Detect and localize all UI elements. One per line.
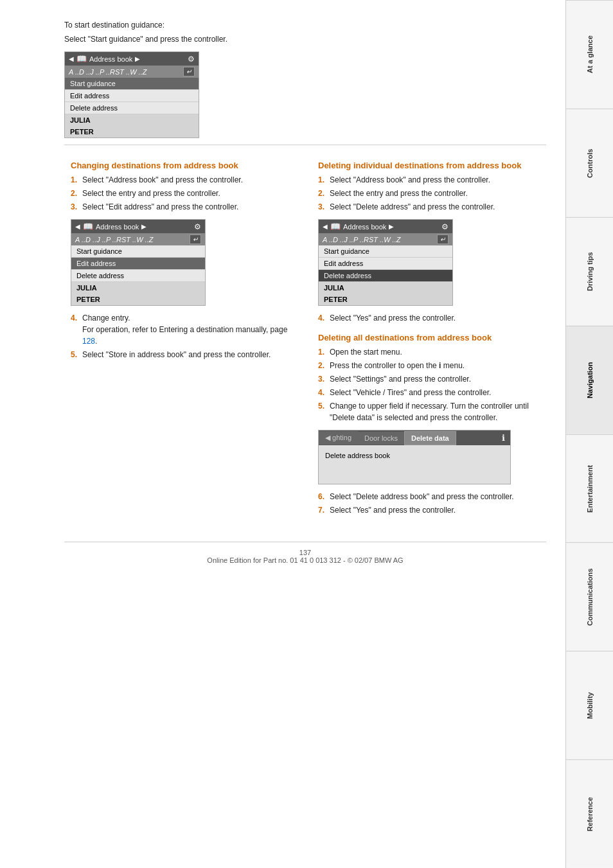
sidebar-tab-navigation[interactable]: Navigation <box>566 326 613 434</box>
right-step2-1-num: 1. <box>318 346 324 358</box>
left-step-2: 2. Select the entry and press the contro… <box>71 188 292 199</box>
ab-header-title-2: ◀ 📖 Address book ▶ <box>323 222 394 231</box>
ab-item-start-3[interactable]: Start guidance <box>71 245 205 258</box>
delete-data-widget: ◀ ghting Door locks Delete data ℹ Delete… <box>318 430 511 484</box>
left-step-5-num: 5. <box>71 349 77 360</box>
ab-header-3: ◀ 📖 Address book ▶ ⚙ <box>71 220 205 233</box>
sidebar-tab-communications[interactable]: Communications <box>566 542 613 651</box>
ab-item-delete-3[interactable]: Delete address <box>71 270 205 282</box>
left-steps-list-2: 4. Change entry. For operation, refer to… <box>71 312 292 360</box>
right-step-3-text: Select "Delete address" and press the co… <box>330 202 495 211</box>
left-step-5-text: Select "Store in address book" and press… <box>82 350 271 359</box>
link-128[interactable]: 128 <box>82 337 95 346</box>
intro-line1: To start destination guidance: <box>64 19 546 31</box>
right-step-6-num: 6. <box>318 491 324 502</box>
ab-item-delete-2[interactable]: Delete address <box>319 270 452 282</box>
right-arrow-icon-3: ▶ <box>141 223 147 230</box>
right-step-1-num: 1. <box>318 174 324 186</box>
dw-header: ◀ ghting Door locks Delete data ℹ <box>319 430 510 445</box>
ab-item-edit-1[interactable]: Edit address <box>65 90 199 102</box>
right-step2-5: 5. Change to upper field if necessary. T… <box>318 400 540 423</box>
book-icon-1: 📖 <box>76 54 87 64</box>
ab-item-edit-2[interactable]: Edit address <box>319 258 452 270</box>
left-arrow-icon-3: ◀ <box>75 223 80 230</box>
dw-tab-deletedata[interactable]: Delete data <box>404 431 456 445</box>
sidebar: At a glance Controls Driving tips Naviga… <box>565 0 613 868</box>
settings-icon-1: ⚙ <box>188 55 195 64</box>
right-step-4: 4. Select "Yes" and press the controller… <box>318 312 540 324</box>
dw-tab-doorlocks[interactable]: Door locks <box>358 432 404 445</box>
right-step2-4-text: Select "Vehicle / Tires" and press the c… <box>330 388 491 397</box>
ab-title-3: Address book <box>96 223 139 231</box>
book-icon-2: 📖 <box>330 222 341 231</box>
ab-search-row-2: A ..D ..J ..P ..RST ..W ..Z ↵ <box>319 233 452 245</box>
right-step-2: 2. Select the entry and press the contro… <box>318 188 540 199</box>
right-step-6-text: Select "Delete address book" and press t… <box>330 492 514 501</box>
left-step-4-num: 4. <box>71 312 77 324</box>
right-step-2-num: 2. <box>318 188 324 199</box>
ab-item-start-1[interactable]: Start guidance <box>65 78 199 90</box>
sidebar-tab-ataglance[interactable]: At a glance <box>566 0 613 109</box>
ab-title-1: Address book <box>89 55 132 63</box>
right-step2-5-num: 5. <box>318 400 324 412</box>
left-step-5: 5. Select "Store in address book" and pr… <box>71 349 292 360</box>
right-step-7-num: 7. <box>318 504 324 516</box>
right-step2-1: 1. Open the start menu. <box>318 346 540 358</box>
right-section-title: Deleting individual destinations from ad… <box>318 161 540 170</box>
address-book-widget-3: ◀ 📖 Address book ▶ ⚙ A ..D ..J ..P ..RST… <box>71 219 206 306</box>
ab-search-row-3: A ..D ..J ..P ..RST ..W ..Z ↵ <box>71 233 205 245</box>
divider-1 <box>64 145 546 145</box>
left-arrow-icon-1: ◀ <box>69 55 74 62</box>
sidebar-tab-mobility[interactable]: Mobility <box>566 651 613 759</box>
dw-delete-address-book[interactable]: Delete address book <box>325 450 504 461</box>
right-steps2-list: 1. Open the start menu. 2. Press the con… <box>318 346 540 423</box>
footer-text: Online Edition for Part no. 01 41 0 013 … <box>207 556 403 564</box>
right-step-3: 3. Select "Delete address" and press the… <box>318 201 540 213</box>
right-steps-list: 1. Select "Address book" and press the c… <box>318 174 540 213</box>
ab-enter-icon-2: ↵ <box>437 235 449 244</box>
dw-tab-lighting[interactable]: ◀ ghting <box>319 431 358 445</box>
ab-item-delete-1[interactable]: Delete address <box>65 102 199 114</box>
sidebar-tab-drivingtips[interactable]: Driving tips <box>566 217 613 326</box>
left-step-2-num: 2. <box>71 188 77 199</box>
settings-icon-2: ⚙ <box>441 222 449 231</box>
sidebar-tab-entertainment[interactable]: Entertainment <box>566 434 613 543</box>
right-step-4-text: Select "Yes" and press the controller. <box>330 314 456 323</box>
ab-julia-2: JULIA <box>319 282 452 294</box>
right-step2-4: 4. Select "Vehicle / Tires" and press th… <box>318 387 540 398</box>
sidebar-tab-reference[interactable]: Reference <box>566 759 613 868</box>
settings-icon-3: ⚙ <box>194 222 201 231</box>
right-step2-3: 3. Select "Settings" and press the contr… <box>318 373 540 385</box>
ab-enter-icon-3: ↵ <box>190 235 201 244</box>
page-footer: 137 Online Edition for Part no. 01 41 0 … <box>64 542 546 564</box>
right-step-4-num: 4. <box>318 312 324 324</box>
page-number: 137 <box>299 549 311 556</box>
ab-search-text-2: A ..D ..J ..P ..RST ..W ..Z <box>323 236 400 244</box>
left-step-2-text: Select the entry and press the controlle… <box>82 189 220 198</box>
ab-search-row-1: A ..D ..J ..P ..RST ..W ..Z ↵ <box>65 66 199 78</box>
right-step-7-text: Select "Yes" and press the controller. <box>330 506 456 515</box>
ab-julia-1: JULIA <box>65 114 199 126</box>
right-step2-3-num: 3. <box>318 373 324 385</box>
right-step-1: 1. Select "Address book" and press the c… <box>318 174 540 186</box>
ab-header-title-3: ◀ 📖 Address book ▶ <box>75 222 147 231</box>
right-step-6: 6. Select "Delete address book" and pres… <box>318 491 540 502</box>
ab-header-title-1: ◀ 📖 Address book ▶ <box>69 54 140 64</box>
right-steps-final: 6. Select "Delete address book" and pres… <box>318 491 540 516</box>
sidebar-tab-controls[interactable]: Controls <box>566 109 613 217</box>
left-step-4: 4. Change entry. For operation, refer to… <box>71 312 292 347</box>
right-section2-title: Deleting all destinations from address b… <box>318 333 540 342</box>
ab-header-2: ◀ 📖 Address book ▶ ⚙ <box>319 220 452 233</box>
left-step-3: 3. Select "Edit address" and press the c… <box>71 201 292 213</box>
right-step2-5-text: Change to upper field if necessary. Turn… <box>330 402 529 422</box>
right-step2-2-text: Press the controller to open the i menu. <box>330 361 465 370</box>
ab-item-edit-3[interactable]: Edit address <box>71 258 205 270</box>
book-icon-3: 📖 <box>83 222 93 231</box>
ab-search-text-1: A ..D ..J ..P ..RST ..W ..Z <box>69 68 147 76</box>
left-step-3-text: Select "Edit address" and press the cont… <box>82 202 238 211</box>
ab-peter-3: PETER <box>71 294 205 305</box>
ab-peter-2: PETER <box>319 294 452 305</box>
right-step-7: 7. Select "Yes" and press the controller… <box>318 504 540 516</box>
ab-item-start-2[interactable]: Start guidance <box>319 245 452 258</box>
dw-settings-icon: ℹ <box>497 430 510 445</box>
